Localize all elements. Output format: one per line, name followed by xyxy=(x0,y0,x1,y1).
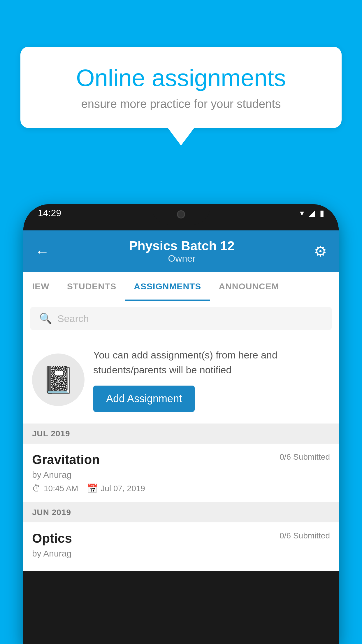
search-placeholder: Search xyxy=(57,313,89,324)
phone-notch xyxy=(152,204,210,225)
speech-bubble-subtitle: ensure more practice for your students xyxy=(41,97,321,111)
back-button[interactable]: ← xyxy=(35,243,50,260)
wifi-icon: ▾ xyxy=(300,208,304,218)
search-bar[interactable]: 🔍 Search xyxy=(30,307,332,330)
tab-assignments[interactable]: ASSIGNMENTS xyxy=(125,272,210,301)
assignment-item-optics[interactable]: Optics 0/6 Submitted by Anurag xyxy=(23,522,339,571)
assignment-meta-gravitation: ⏱ 10:45 AM 📅 Jul 07, 2019 xyxy=(32,483,330,494)
tab-iew[interactable]: IEW xyxy=(23,272,58,301)
header-title-group: Physics Batch 12 Owner xyxy=(129,239,235,264)
assignment-top-row: Gravitation 0/6 Submitted xyxy=(32,452,330,467)
assignment-by-gravitation: by Anurag xyxy=(32,470,330,480)
assignment-submitted-gravitation: 0/6 Submitted xyxy=(280,452,330,462)
clock-icon: ⏱ xyxy=(32,484,41,494)
tab-students[interactable]: STUDENTS xyxy=(58,272,125,301)
promo-card: 📓 You can add assignment(s) from here an… xyxy=(23,336,339,424)
assignment-date-value: Jul 07, 2019 xyxy=(101,484,145,493)
phone-top-bar: 14:29 ▾ ◢ ▮ xyxy=(23,204,339,230)
speech-bubble: Online assignments ensure more practice … xyxy=(20,47,342,128)
assignment-name-gravitation: Gravitation xyxy=(32,452,100,467)
phone-mockup: 14:29 ▾ ◢ ▮ ← Physics Batch 12 Owner ⚙ I… xyxy=(23,204,339,644)
speech-bubble-container: Online assignments ensure more practice … xyxy=(20,47,342,146)
app-screen: ← Physics Batch 12 Owner ⚙ IEW STUDENTS … xyxy=(23,230,339,571)
status-icons: ▾ ◢ ▮ xyxy=(300,208,324,218)
notebook-icon: 📓 xyxy=(42,365,75,395)
battery-icon: ▮ xyxy=(320,208,324,218)
add-assignment-button[interactable]: Add Assignment xyxy=(93,386,195,412)
promo-content: You can add assignment(s) from here and … xyxy=(93,348,330,412)
section-header-jun-label: JUN 2019 xyxy=(32,508,71,517)
section-header-jul-label: JUL 2019 xyxy=(32,429,70,438)
status-time: 14:29 xyxy=(38,208,61,218)
search-bar-container: 🔍 Search xyxy=(23,301,339,336)
speech-bubble-title: Online assignments xyxy=(41,64,321,92)
section-header-jun: JUN 2019 xyxy=(23,503,339,522)
search-icon: 🔍 xyxy=(39,312,52,325)
promo-icon-circle: 📓 xyxy=(32,354,85,406)
app-header: ← Physics Batch 12 Owner ⚙ xyxy=(23,230,339,272)
section-header-jul: JUL 2019 xyxy=(23,424,339,444)
header-subtitle: Owner xyxy=(129,253,235,264)
speech-bubble-arrow xyxy=(168,128,194,146)
signal-icon: ◢ xyxy=(309,208,315,218)
tab-announcements[interactable]: ANNOUNCEM xyxy=(210,272,288,301)
assignment-item-gravitation[interactable]: Gravitation 0/6 Submitted by Anurag ⏱ 10… xyxy=(23,444,339,503)
calendar-icon: 📅 xyxy=(87,483,98,494)
assignment-time-gravitation: ⏱ 10:45 AM xyxy=(32,484,78,494)
header-title: Physics Batch 12 xyxy=(129,239,235,253)
assignment-date-gravitation: 📅 Jul 07, 2019 xyxy=(87,483,145,494)
promo-text: You can add assignment(s) from here and … xyxy=(93,348,330,377)
tabs-bar: IEW STUDENTS ASSIGNMENTS ANNOUNCEM xyxy=(23,272,339,301)
assignment-name-optics: Optics xyxy=(32,531,72,546)
camera xyxy=(177,210,185,218)
assignment-by-optics: by Anurag xyxy=(32,549,330,559)
assignment-submitted-optics: 0/6 Submitted xyxy=(280,531,330,540)
assignment-time-value: 10:45 AM xyxy=(44,484,78,493)
settings-icon[interactable]: ⚙ xyxy=(314,243,327,260)
assignment-top-row-optics: Optics 0/6 Submitted xyxy=(32,531,330,546)
